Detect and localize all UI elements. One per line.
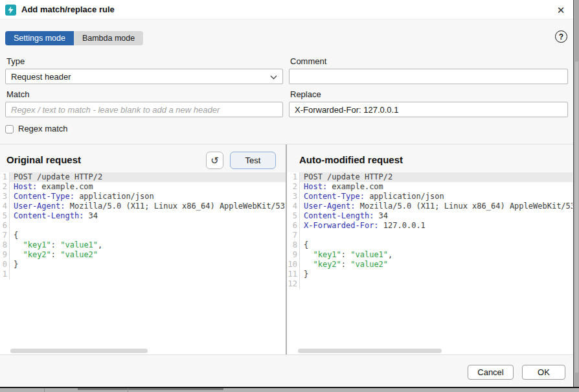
- replace-input[interactable]: [289, 102, 568, 117]
- regex-match-label: Regex match: [18, 124, 68, 133]
- code-line: 8{: [288, 240, 573, 250]
- line-number: 5: [0, 211, 10, 221]
- dialog-titlebar: Add match/replace rule ✕: [0, 0, 573, 19]
- original-request-title: Original request: [6, 154, 81, 165]
- code-line: 3Content-Type: application/json: [288, 192, 573, 202]
- line-number: 11: [288, 270, 300, 279]
- dialog-title: Add match/replace rule: [21, 0, 115, 19]
- code-line: 1POST /update HTTP/2: [288, 172, 573, 182]
- line-number: 7: [0, 231, 10, 240]
- original-editor-hscrollbar[interactable]: [10, 349, 148, 353]
- code-text: POST /update HTTP/2: [10, 172, 286, 182]
- code-text: {: [300, 240, 573, 250]
- line-number: 7: [288, 231, 300, 240]
- code-line: 4User-Agent: Mozilla/5.0 (X11; Linux x86…: [0, 202, 286, 211]
- line-number: 3: [288, 192, 300, 202]
- ok-button[interactable]: OK: [522, 365, 565, 380]
- code-text: [300, 279, 573, 289]
- modified-editor-hscrollbar[interactable]: [298, 349, 442, 353]
- replace-label: Replace: [290, 89, 321, 99]
- lightning-bolt-icon: [5, 5, 16, 16]
- code-text: User-Agent: Mozilla/5.0 (X11; Linux x86_…: [10, 202, 286, 211]
- code-line: 9 "key2": "value2": [0, 250, 286, 260]
- code-line: 7: [288, 231, 573, 240]
- code-text: {: [10, 231, 286, 240]
- tab-bambda-mode[interactable]: Bambda mode: [74, 31, 143, 45]
- line-number: 1: [0, 270, 10, 279]
- line-number: 12: [288, 279, 300, 289]
- code-line: 10 "key2": "value2": [288, 260, 573, 270]
- code-text: [300, 231, 573, 240]
- line-number: 5: [288, 211, 300, 221]
- comment-input[interactable]: [289, 69, 568, 84]
- match-input[interactable]: [5, 102, 283, 117]
- add-match-replace-rule-dialog: Add match/replace rule ✕ Settings mode B…: [0, 0, 573, 387]
- code-line: 0}: [0, 260, 286, 270]
- line-number: 10: [288, 260, 300, 270]
- code-line: 1: [0, 270, 286, 279]
- code-text: "key1": "value1",: [10, 240, 286, 250]
- code-text: "key1": "value1",: [300, 250, 573, 260]
- code-line: 12: [288, 279, 573, 289]
- auto-modified-request-title: Auto-modified request: [299, 154, 403, 165]
- original-request-editor[interactable]: 1POST /update HTTP/22Host: example.com3C…: [0, 172, 286, 354]
- line-number: 6: [288, 221, 300, 231]
- chevron-down-icon: [270, 72, 277, 82]
- modified-request-editor[interactable]: 1POST /update HTTP/22Host: example.com3C…: [288, 172, 573, 354]
- code-text: [10, 270, 286, 279]
- code-text: Content-Type: application/json: [300, 192, 573, 202]
- line-number: 9: [288, 250, 300, 260]
- type-select[interactable]: Request header: [5, 69, 283, 84]
- underlying-scrollbar-track: [575, 62, 578, 373]
- code-text: Host: example.com: [300, 182, 573, 192]
- close-icon[interactable]: ✕: [554, 4, 567, 17]
- line-number: 0: [0, 260, 10, 270]
- line-number: 4: [0, 202, 10, 211]
- code-text: Content-Type: application/json: [10, 192, 286, 202]
- underlying-window-right-edge: [573, 0, 579, 387]
- underlying-tab-edge: [78, 388, 223, 390]
- undo-icon[interactable]: ↺: [206, 152, 223, 169]
- dialog-footer: Cancel OK: [0, 354, 573, 387]
- code-line: 2Host: example.com: [288, 182, 573, 192]
- panel-divider: [286, 144, 287, 354]
- code-line: 8 "key1": "value1",: [0, 240, 286, 250]
- line-number: 4: [288, 202, 300, 211]
- code-text: }: [10, 260, 286, 270]
- divider: [128, 388, 128, 392]
- code-line: 2Host: example.com: [0, 182, 286, 192]
- line-number: 9: [0, 250, 10, 260]
- code-text: [10, 221, 286, 231]
- line-number: 2: [0, 182, 10, 192]
- underlying-window-bottom-edge: [0, 387, 579, 392]
- regex-match-checkbox[interactable]: [5, 125, 14, 133]
- test-button[interactable]: Test: [230, 152, 276, 169]
- code-text: POST /update HTTP/2: [300, 172, 573, 182]
- cancel-button[interactable]: Cancel: [468, 365, 514, 380]
- code-line: 5Content-Length: 34: [288, 211, 573, 221]
- code-line: 6X-Forwarded-For: 127.0.0.1: [288, 221, 573, 231]
- code-text: Content-Length: 34: [300, 211, 573, 221]
- code-text: Content-Length: 34: [10, 211, 286, 221]
- screen: Add match/replace rule ✕ Settings mode B…: [0, 0, 579, 392]
- code-line: 3Content-Type: application/json: [0, 192, 286, 202]
- code-line: 5Content-Length: 34: [0, 211, 286, 221]
- line-number: 8: [0, 240, 10, 250]
- type-label: Type: [6, 56, 25, 66]
- match-label: Match: [6, 89, 29, 99]
- line-number: 6: [0, 221, 10, 231]
- code-text: }: [300, 270, 573, 279]
- code-text: "key2": "value2": [300, 260, 573, 270]
- line-number: 8: [288, 240, 300, 250]
- help-icon[interactable]: ?: [555, 30, 567, 43]
- code-line: 7{: [0, 231, 286, 240]
- code-text: Host: example.com: [10, 182, 286, 192]
- code-text: User-Agent: Mozilla/5.0 (X11; Linux x86_…: [300, 202, 573, 211]
- type-select-value: Request header: [11, 72, 71, 82]
- divider: [44, 388, 45, 392]
- code-line: 11}: [288, 270, 573, 279]
- mode-tabs: Settings mode Bambda mode: [5, 31, 143, 45]
- tab-settings-mode[interactable]: Settings mode: [5, 31, 74, 45]
- code-line: 1POST /update HTTP/2: [0, 172, 286, 182]
- line-number: 1: [288, 172, 300, 182]
